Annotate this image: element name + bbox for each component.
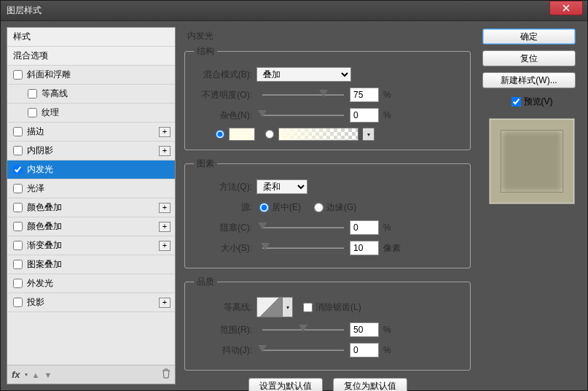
effect-label: 外发光: [27, 277, 53, 290]
add-effect-button[interactable]: +: [159, 203, 170, 213]
effect-item[interactable]: 内发光: [7, 160, 175, 179]
color-swatch[interactable]: [229, 128, 255, 141]
quality-group: 品质 等高线: ▾ 消除锯齿(L) 范围(R): % 抖动(J):: [184, 276, 471, 371]
noise-input[interactable]: [350, 108, 379, 123]
effect-item[interactable]: 外发光: [7, 274, 175, 293]
technique-label: 方法(Q):: [194, 181, 256, 193]
blend-mode-select[interactable]: 叠加: [256, 67, 351, 82]
effect-item[interactable]: 图案叠加: [7, 255, 175, 274]
opacity-input[interactable]: [350, 88, 379, 102]
chevron-down-icon[interactable]: ▾: [25, 371, 28, 378]
styles-header[interactable]: 样式: [7, 28, 175, 47]
effect-checkbox[interactable]: [13, 260, 23, 269]
effect-item[interactable]: 光泽: [7, 179, 175, 198]
move-down-icon[interactable]: ▼: [44, 371, 52, 379]
jitter-label: 抖动(J):: [194, 344, 256, 357]
effect-checkbox[interactable]: [13, 222, 23, 231]
effect-item[interactable]: 颜色叠加+: [7, 198, 175, 217]
fx-menu-icon[interactable]: fx: [12, 369, 20, 380]
add-effect-button[interactable]: +: [159, 146, 170, 156]
cancel-button[interactable]: 复位: [482, 50, 576, 66]
effect-label: 纹理: [42, 107, 59, 119]
effect-item[interactable]: 描边+: [7, 123, 175, 142]
structure-legend: 结构: [194, 45, 217, 58]
trash-icon[interactable]: [162, 368, 170, 381]
color-gradient-radio[interactable]: [265, 130, 274, 139]
close-icon: [562, 4, 570, 12]
elements-group: 图素 方法(Q): 柔和 源: 居中(E) 边缘(G) 阻塞(C): %: [184, 158, 471, 268]
effect-label: 颜色叠加: [27, 220, 62, 233]
effect-label: 颜色叠加: [27, 201, 62, 214]
range-input[interactable]: [350, 322, 379, 337]
preview-inner: [501, 131, 562, 192]
contour-dropdown[interactable]: ▾: [283, 297, 293, 317]
choke-label: 阻塞(C):: [194, 222, 256, 234]
add-effect-button[interactable]: +: [159, 127, 170, 137]
gradient-swatch[interactable]: [278, 128, 358, 141]
effect-checkbox[interactable]: [13, 279, 23, 288]
effect-label: 图案叠加: [27, 258, 62, 271]
effect-item[interactable]: 内阴影+: [7, 142, 175, 160]
dialog-body: 样式 混合选项 斜面和浮雕等高线纹理描边+内阴影+内发光光泽颜色叠加+颜色叠加+…: [1, 21, 587, 390]
action-panel: 确定 复位 新建样式(W)... 预览(V): [482, 27, 581, 384]
add-effect-button[interactable]: +: [159, 298, 170, 308]
sidebar-footer: fx ▾ ▲ ▼: [7, 365, 175, 384]
opacity-label: 不透明度(O):: [194, 89, 256, 101]
effect-checkbox[interactable]: [13, 241, 23, 250]
preview-checkbox[interactable]: [511, 97, 521, 107]
make-default-button[interactable]: 设置为默认值: [248, 378, 323, 391]
effect-checkbox[interactable]: [13, 165, 23, 174]
size-slider[interactable]: [262, 241, 344, 255]
technique-select[interactable]: 柔和: [256, 179, 307, 194]
blending-options-header[interactable]: 混合选项: [7, 47, 175, 66]
effect-item[interactable]: 纹理: [7, 104, 175, 123]
effect-item[interactable]: 颜色叠加+: [7, 217, 175, 236]
source-edge-radio[interactable]: [314, 203, 324, 212]
effect-checkbox[interactable]: [13, 146, 23, 155]
effect-checkbox[interactable]: [13, 184, 23, 193]
jitter-slider[interactable]: [262, 344, 344, 357]
effect-label: 描边: [27, 125, 44, 138]
structure-group: 结构 混合模式(B): 叠加 不透明度(O): % 杂色(N): %: [184, 45, 471, 150]
add-effect-button[interactable]: +: [159, 241, 170, 251]
effect-checkbox[interactable]: [13, 203, 23, 212]
preview-toggle[interactable]: 预览(V): [482, 96, 581, 108]
choke-input[interactable]: [350, 220, 379, 235]
settings-panel: 内发光 结构 混合模式(B): 叠加 不透明度(O): % 杂色(N):: [181, 27, 477, 384]
effect-label: 斜面和浮雕: [27, 69, 71, 81]
antialias-checkbox[interactable]: [303, 303, 313, 312]
opacity-slider[interactable]: [262, 88, 344, 101]
titlebar[interactable]: 图层样式: [1, 1, 587, 21]
move-up-icon[interactable]: ▲: [32, 371, 40, 379]
source-label: 源:: [194, 201, 256, 214]
gradient-dropdown[interactable]: ▾: [363, 128, 375, 141]
effect-label: 光泽: [27, 182, 44, 195]
effect-item[interactable]: 投影+: [7, 293, 175, 312]
choke-slider[interactable]: [262, 221, 344, 234]
effects-sidebar: 样式 混合选项 斜面和浮雕等高线纹理描边+内阴影+内发光光泽颜色叠加+颜色叠加+…: [7, 27, 176, 384]
contour-picker[interactable]: [256, 297, 283, 317]
effect-item[interactable]: 渐变叠加+: [7, 236, 175, 255]
add-effect-button[interactable]: +: [159, 222, 170, 232]
source-center-radio[interactable]: [259, 203, 269, 212]
effect-checkbox[interactable]: [13, 298, 23, 307]
effect-label: 等高线: [42, 88, 68, 100]
effect-label: 渐变叠加: [27, 239, 62, 252]
size-input[interactable]: [350, 241, 379, 255]
new-style-button[interactable]: 新建样式(W)...: [482, 72, 576, 88]
effect-item[interactable]: 斜面和浮雕: [7, 66, 175, 85]
effect-checkbox[interactable]: [13, 70, 23, 80]
jitter-input[interactable]: [350, 343, 379, 357]
range-slider[interactable]: [262, 323, 344, 336]
noise-label: 杂色(N):: [194, 109, 256, 122]
effect-item[interactable]: 等高线: [7, 85, 175, 104]
noise-slider[interactable]: [262, 109, 344, 122]
effect-checkbox[interactable]: [13, 127, 23, 136]
close-button[interactable]: [549, 1, 583, 15]
reset-default-button[interactable]: 复位为默认值: [333, 378, 407, 391]
effect-checkbox[interactable]: [28, 108, 37, 117]
effect-label: 内阴影: [27, 144, 53, 157]
effect-checkbox[interactable]: [28, 89, 37, 98]
ok-button[interactable]: 确定: [482, 28, 576, 44]
color-solid-radio[interactable]: [216, 130, 224, 139]
